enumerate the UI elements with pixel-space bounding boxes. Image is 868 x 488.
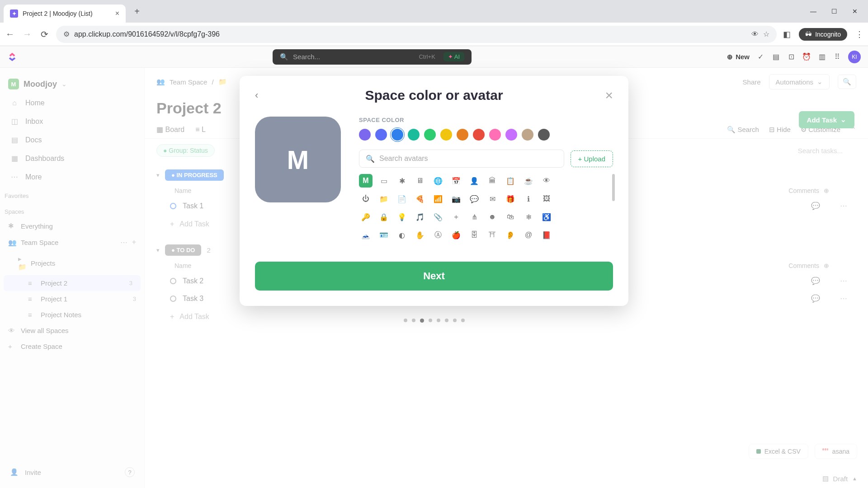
color-swatch[interactable] [457, 129, 468, 141]
search-icon: 🔍 [280, 53, 288, 61]
avatar-icon-option[interactable]: ⛩ [486, 228, 499, 242]
avatar-icon-option[interactable]: 🛍 [504, 210, 517, 224]
avatar-icon-option[interactable]: ℹ [522, 192, 535, 206]
color-swatch[interactable] [375, 129, 387, 141]
color-swatch[interactable] [522, 129, 533, 141]
tab-favicon: ✦ [10, 9, 18, 18]
avatar-icon-option[interactable]: ❄ [522, 210, 535, 224]
bookmark-star-icon[interactable]: ☆ [763, 30, 769, 38]
avatar-icon-option[interactable]: 📕 [540, 228, 553, 242]
forward-icon: → [22, 29, 33, 39]
avatar-icon-option[interactable]: 📄 [395, 192, 409, 206]
avatar-search-input[interactable]: 🔍 Search avatars [359, 150, 564, 168]
address-bar[interactable]: ⚙ app.clickup.com/9016164592/v/l/8cpfg7g… [56, 26, 777, 43]
step-indicator [240, 319, 628, 323]
browser-toolbar: ← → ⟳ ⚙ app.clickup.com/9016164592/v/l/8… [0, 23, 868, 46]
user-avatar[interactable]: KI [848, 51, 861, 63]
clickup-logo-icon[interactable] [7, 52, 17, 62]
avatar-icon-option[interactable]: 📶 [431, 192, 445, 206]
avatar-icon-option[interactable]: ✋ [413, 228, 427, 242]
back-button[interactable]: ‹ [255, 89, 258, 101]
next-button[interactable]: Next [255, 262, 613, 291]
avatar-icon-option[interactable]: 🍎 [449, 228, 463, 242]
avatar-icon-option[interactable]: ⏻ [359, 192, 373, 206]
new-tab-button[interactable]: + [130, 6, 144, 17]
reload-icon[interactable]: ⟳ [39, 29, 50, 40]
avatar-icon-option[interactable]: 📷 [449, 192, 463, 206]
upload-button[interactable]: + Upload [571, 150, 613, 167]
scrollbar[interactable] [612, 174, 615, 201]
color-swatch[interactable] [408, 129, 420, 141]
avatar-icon-option[interactable]: 👂 [504, 228, 517, 242]
eye-off-icon[interactable]: 👁 [751, 30, 759, 38]
avatar-icon-option[interactable]: 🏛 [486, 174, 499, 188]
kebab-menu-icon[interactable]: ⋮ [855, 29, 863, 39]
avatar-icon-option[interactable]: 🌐 [431, 174, 445, 188]
color-swatch[interactable] [392, 129, 403, 141]
apps-grid-icon[interactable]: ⠿ [833, 52, 842, 61]
step-dot [453, 319, 457, 322]
notepad-icon[interactable]: ▤ [771, 52, 780, 61]
avatar-icon-option[interactable]: 📁 [377, 192, 391, 206]
search-placeholder: Search avatars [379, 155, 428, 163]
browser-tab[interactable]: ✦ Project 2 | Moodjoy (List) × [4, 5, 126, 23]
color-swatch[interactable] [359, 129, 371, 141]
avatar-icon-option[interactable]: M [359, 174, 373, 188]
color-swatch-row [359, 129, 613, 141]
avatar-icon-option[interactable]: ▭ [377, 174, 391, 188]
avatar-icon-option[interactable]: 🖥 [413, 174, 427, 188]
avatar-icon-option[interactable]: ☻ [486, 210, 499, 224]
minimize-icon[interactable]: — [809, 8, 817, 15]
color-swatch[interactable] [538, 129, 550, 141]
avatar-icon-option[interactable]: 💡 [395, 210, 409, 224]
new-button[interactable]: ⊕ New [727, 53, 750, 61]
avatar-icon-option[interactable]: Ⓐ [431, 228, 445, 242]
avatar-icon-option[interactable]: 🔒 [377, 210, 391, 224]
app-topbar: 🔍 Search... Ctrl+K ✦ AI ⊕ New ✓ ▤ ⊡ ⏰ ▥ … [0, 46, 868, 68]
record-icon[interactable]: ⊡ [787, 52, 796, 61]
alarm-icon[interactable]: ⏰ [802, 52, 811, 61]
close-icon[interactable]: × [605, 88, 613, 103]
avatar-icon-option[interactable]: 🪪 [377, 228, 391, 242]
avatar-icon-option[interactable]: 💬 [467, 192, 481, 206]
avatar-icon-option[interactable]: 👤 [467, 174, 481, 188]
plus-circle-icon: ⊕ [727, 53, 733, 61]
close-window-icon[interactable]: ✕ [851, 8, 859, 15]
avatar-icon-option[interactable]: ✉ [486, 192, 499, 206]
color-swatch[interactable] [473, 129, 485, 141]
site-info-icon[interactable]: ⚙ [63, 30, 70, 38]
check-circle-icon[interactable]: ✓ [756, 52, 765, 61]
back-icon[interactable]: ← [5, 29, 15, 39]
avatar-icon-option[interactable]: 📋 [504, 174, 517, 188]
ai-badge[interactable]: ✦ AI [443, 52, 464, 61]
avatar-icon-option[interactable]: ◐ [395, 228, 409, 242]
color-swatch[interactable] [424, 129, 436, 141]
avatar-icon-option[interactable]: ♿ [540, 210, 553, 224]
color-swatch[interactable] [505, 129, 517, 141]
avatar-icon-option[interactable]: ⋔ [467, 210, 481, 224]
side-panel-icon[interactable]: ◧ [783, 29, 791, 39]
tab-close-icon[interactable]: × [115, 9, 119, 18]
avatar-icon-option[interactable]: 📎 [431, 210, 445, 224]
avatar-icon-option[interactable]: ✱ [395, 174, 409, 188]
avatar-icon-option[interactable]: 🍕 [413, 192, 427, 206]
avatar-icon-option[interactable]: 🎁 [504, 192, 517, 206]
modal-container: ‹ Space color or avatar × M SPACE COLOR … [0, 68, 868, 488]
avatar-icon-option[interactable]: 📅 [449, 174, 463, 188]
avatar-icon-option[interactable]: ＋ [449, 210, 463, 224]
step-dot [412, 319, 415, 322]
doc-icon[interactable]: ▥ [817, 52, 826, 61]
incognito-badge[interactable]: 🕶 Incognito [799, 28, 847, 41]
color-swatch[interactable] [440, 129, 452, 141]
avatar-icon-option[interactable]: 👁 [540, 174, 553, 188]
avatar-icon-option[interactable]: 🗻 [359, 228, 373, 242]
global-search[interactable]: 🔍 Search... Ctrl+K ✦ AI [273, 49, 472, 65]
maximize-icon[interactable]: ☐ [830, 8, 838, 15]
avatar-icon-option[interactable]: 🖼 [540, 192, 553, 206]
avatar-icon-option[interactable]: @ [522, 228, 535, 242]
color-swatch[interactable] [489, 129, 501, 141]
avatar-icon-option[interactable]: 🗄 [467, 228, 481, 242]
avatar-icon-option[interactable]: 🔑 [359, 210, 373, 224]
avatar-icon-option[interactable]: 🎵 [413, 210, 427, 224]
avatar-icon-option[interactable]: ☕ [522, 174, 535, 188]
